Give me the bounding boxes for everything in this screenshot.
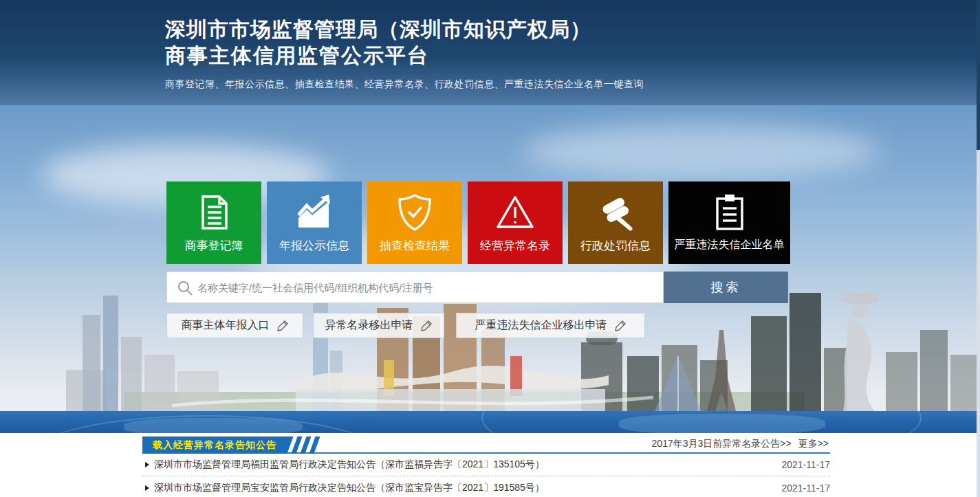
scrollbar-thumb[interactable] — [977, 0, 980, 150]
tile-label: 行政处罚信息 — [580, 238, 651, 254]
pencil-icon — [420, 320, 433, 332]
tile-annual-report[interactable]: 年报公示信息 — [267, 181, 362, 264]
city-skyline-illustration — [0, 289, 980, 411]
document-icon — [193, 190, 235, 235]
quick-link-label: 严重违法失信企业移出申请 — [475, 318, 607, 333]
map-decoration — [619, 414, 825, 433]
clipboard-list-icon — [710, 190, 750, 235]
tile-business-register[interactable]: 商事登记簿 — [166, 181, 261, 264]
shield-check-icon — [395, 190, 435, 235]
search-bar: 搜索 — [166, 272, 788, 303]
annual-report-entry-button[interactable]: 商事主体年报入口 — [166, 313, 303, 338]
abnormal-list-removal-button[interactable]: 异常名录移出申请 — [313, 313, 444, 338]
cloud-decoration — [523, 124, 880, 179]
search-button[interactable]: 搜索 — [664, 272, 788, 303]
announcement-title[interactable]: 深圳市市场监督管理局宝安监管局行政决定告知公告（深市监宝异告字〔2021〕191… — [154, 482, 781, 494]
chart-up-icon — [293, 190, 336, 235]
tile-inspection-results[interactable]: 抽查检查结果 — [367, 181, 462, 264]
announcement-date: 2021-11-17 — [781, 459, 830, 470]
water-band — [0, 411, 980, 433]
category-tiles: 商事登记簿 年报公示信息 抽查检查结果 — [166, 181, 790, 264]
announcement-section: 载入经营异常名录告知公告 2017年3月3日前异常名录公告>>更多>> 深圳市市… — [142, 437, 830, 497]
bullet-arrow-icon — [145, 462, 149, 467]
announcement-links: 2017年3月3日前异常名录公告>>更多>> — [652, 438, 829, 450]
search-input-wrap — [166, 272, 664, 303]
quick-link-label: 商事主体年报入口 — [182, 318, 270, 333]
stripe-decoration — [285, 437, 321, 454]
site-subtitle: 商事登记簿、年报公示信息、抽查检查结果、经营异常名录、行政处罚信息、严重违法失信… — [165, 78, 644, 91]
announcement-tag-label: 载入经营异常名录告知公告 — [153, 439, 276, 452]
pre-2017-announcements-link[interactable]: 2017年3月3日前异常名录公告>> — [652, 438, 792, 449]
announcement-title[interactable]: 深圳市市场监督管理局福田监管局行政决定告知公告（深市监福异告字〔2021〕135… — [154, 459, 781, 471]
tile-label: 商事登记簿 — [185, 238, 243, 254]
tile-label: 严重违法失信企业名单 — [675, 238, 785, 252]
quick-link-label: 异常名录移出申请 — [325, 318, 413, 333]
announcement-list: 深圳市市场监督管理局福田监管局行政决定告知公告（深市监福异告字〔2021〕135… — [142, 454, 830, 497]
gavel-icon — [595, 190, 636, 235]
announcement-tag: 载入经营异常名录告知公告 — [142, 437, 290, 454]
warning-triangle-icon — [494, 190, 536, 235]
list-item[interactable]: 深圳市市场监督管理局福田监管局行政决定告知公告（深市监福异告字〔2021〕135… — [142, 454, 830, 476]
list-item[interactable]: 深圳市市场监督管理局宝安监管局行政决定告知公告（深市监宝异告字〔2021〕191… — [142, 476, 830, 497]
search-icon — [177, 280, 193, 296]
vertical-scrollbar[interactable] — [977, 0, 980, 497]
announcement-date: 2021-11-17 — [781, 483, 830, 494]
masthead: 深圳市市场监督管理局（深圳市知识产权局） 商事主体信用监管公示平台 商事登记簿、… — [165, 16, 644, 91]
announcement-header: 载入经营异常名录告知公告 2017年3月3日前异常名录公告>>更多>> — [142, 437, 830, 454]
pencil-icon — [614, 320, 627, 332]
more-link[interactable]: 更多>> — [798, 438, 829, 449]
tile-label: 经营异常名录 — [480, 238, 550, 254]
search-input[interactable] — [197, 272, 651, 302]
tile-serious-violation-list[interactable]: 严重违法失信企业名单 — [668, 181, 790, 264]
pencil-icon — [276, 320, 289, 332]
serious-violation-removal-button[interactable]: 严重违法失信企业移出申请 — [456, 313, 645, 338]
tile-administrative-penalty[interactable]: 行政处罚信息 — [568, 181, 663, 264]
tile-label: 年报公示信息 — [279, 238, 349, 254]
page: 深圳市市场监督管理局（深圳市知识产权局） 商事主体信用监管公示平台 商事登记簿、… — [0, 0, 980, 497]
site-title-line2: 商事主体信用监管公示平台 — [165, 43, 644, 69]
tile-label: 抽查检查结果 — [380, 238, 450, 254]
tile-abnormal-operations[interactable]: 经营异常名录 — [468, 181, 563, 264]
site-title-line1: 深圳市市场监督管理局（深圳市知识产权局） — [165, 16, 644, 43]
bullet-arrow-icon — [145, 485, 149, 491]
map-decoration — [124, 418, 303, 433]
